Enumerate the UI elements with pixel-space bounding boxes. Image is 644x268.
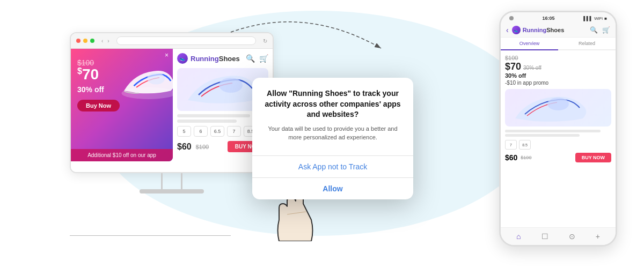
phone-search-icon[interactable]: 🔍: [590, 26, 598, 34]
shop-logo-icon: 👟: [177, 53, 188, 64]
ad-popup: × $100 $70 30% off Buy Now: [71, 49, 173, 161]
allow-button[interactable]: Allow: [252, 178, 413, 199]
ad-price-value: 70: [82, 66, 99, 83]
phone-price-new: $70: [505, 61, 521, 72]
svg-point-4: [547, 98, 569, 110]
size-7[interactable]: 7: [227, 126, 241, 137]
dialog-content: Allow "Running Shoes" to track your acti…: [252, 78, 413, 155]
svg-point-2: [147, 72, 165, 84]
back-arrow-icon[interactable]: ‹: [101, 38, 103, 44]
size-65[interactable]: 6.5: [210, 126, 224, 137]
size-6[interactable]: 6: [194, 126, 208, 137]
size-5[interactable]: 5: [177, 126, 191, 137]
phone-shop-name-shoes: Shoes: [546, 27, 564, 33]
content-line-1: [177, 114, 250, 117]
phone-logo-icon: 👟: [512, 26, 521, 34]
phone-time: 16:05: [543, 16, 555, 21]
phone-size-85[interactable]: 8.5: [519, 140, 531, 150]
phone-nav-profile-icon[interactable]: ⊙: [569, 232, 575, 241]
phone-price-new-cross: 30% off: [523, 65, 541, 71]
phone-shop-name-running: Running: [523, 27, 547, 33]
price-current: $60: [177, 142, 192, 152]
deco-line-2: [199, 235, 231, 236]
phone-shop-logo: 👟 RunningShoes: [512, 26, 590, 34]
dialog-title: Allow "Running Shoes" to track your acti…: [263, 88, 402, 120]
monitor-content: × $100 $70 30% off Buy Now: [71, 49, 273, 172]
signal-icon: ▌▌▌: [583, 16, 592, 21]
phone-buy-button[interactable]: BUY NOW: [575, 153, 611, 162]
phone-statusbar: 16:05 ▌▌▌ WiFi ■: [501, 12, 616, 23]
phone-content: $100 $70 30% off 30% off -$10 in app pro…: [501, 50, 616, 170]
phone-price-cross: $100: [521, 155, 531, 160]
price-original: $100: [196, 144, 209, 150]
deco-line-1: [70, 235, 204, 236]
phone-nav-home-icon[interactable]: ⌂: [516, 232, 521, 241]
phone-price-old: $100: [505, 55, 611, 61]
phone-container: 16:05 ▌▌▌ WiFi ■ ‹ 👟 RunningShoes 🔍 🛒: [499, 11, 617, 247]
forward-arrow-icon[interactable]: ›: [107, 38, 109, 44]
stand-base: [140, 189, 204, 193]
svg-point-3: [219, 78, 243, 93]
phone-line-2: [505, 134, 580, 137]
phone-back-button[interactable]: ‹: [506, 26, 509, 34]
close-dot[interactable]: [76, 39, 80, 43]
phone-nav-plus-icon[interactable]: +: [596, 232, 600, 241]
phone-nav-bag-icon[interactable]: ☐: [541, 232, 548, 241]
ad-price-new: $70: [77, 66, 99, 83]
phone-promo: -$10 in app promo: [505, 80, 611, 86]
desktop-monitor: ‹ › ↻ × $100 $70 30% off Buy Now: [70, 32, 274, 193]
wifi-icon: WiFi: [594, 16, 603, 21]
dialog-body: Your data will be used to provide you a …: [263, 124, 402, 142]
monitor-nav: ‹ ›: [101, 38, 109, 44]
battery-icon: ■: [604, 16, 607, 21]
shop-actions: 🔍 🛒: [246, 54, 268, 63]
monitor-stand: [70, 173, 274, 193]
phone-size-row: 7 8.5: [505, 140, 611, 150]
ad-banner: Additional $10 off on our app: [71, 149, 173, 161]
shop-name-running: Running: [191, 55, 219, 63]
phone-size-7[interactable]: 7: [505, 140, 517, 150]
ad-buy-button[interactable]: Buy Now: [77, 100, 120, 111]
phone-discount: 30% off: [505, 72, 611, 79]
ask-not-to-track-button[interactable]: Ask App not to Track: [252, 156, 413, 178]
phone-tabs: Overview Related: [501, 38, 616, 50]
phone-content-lines: [505, 130, 611, 137]
stand-neck: [161, 173, 182, 189]
search-icon[interactable]: 🔍: [246, 54, 255, 63]
minimize-dot[interactable]: [83, 39, 87, 43]
maximize-dot[interactable]: [90, 39, 94, 43]
phone-cart-icon[interactable]: 🛒: [602, 26, 610, 34]
ad-price-symbol: $: [77, 66, 82, 76]
monitor-titlebar: ‹ › ↻: [71, 33, 273, 49]
ad-discount: 30% off: [77, 85, 104, 94]
cart-icon[interactable]: 🛒: [259, 54, 268, 63]
phone-shop-actions: 🔍 🛒: [590, 26, 610, 34]
content-line-2: [177, 120, 237, 123]
refresh-icon[interactable]: ↻: [263, 38, 267, 44]
shop-logo: 👟 RunningShoes: [177, 53, 240, 64]
monitor-frame: ‹ › ↻ × $100 $70 30% off Buy Now: [70, 32, 274, 173]
phone-bottom-nav: ⌂ ☐ ⊙ +: [501, 227, 616, 245]
shop-name-shoes: Shoes: [219, 55, 240, 63]
phone-price-big: $60: [505, 153, 517, 162]
att-dialog: Allow "Running Shoes" to track your acti…: [252, 78, 413, 199]
phone-frame: 16:05 ▌▌▌ WiFi ■ ‹ 👟 RunningShoes 🔍 🛒: [499, 11, 617, 247]
phone-line-1: [505, 130, 601, 132]
phone-camera: [509, 16, 514, 20]
shop-header: 👟 RunningShoes 🔍 🛒: [177, 53, 268, 64]
ad-close-button[interactable]: ×: [165, 51, 169, 59]
shop-name: RunningShoes: [191, 55, 240, 63]
phone-price-row: $60 $100 BUY NOW: [505, 153, 611, 162]
tab-overview[interactable]: Overview: [501, 38, 558, 50]
phone-navbar: ‹ 👟 RunningShoes 🔍 🛒: [501, 23, 616, 38]
phone-product-image: [505, 89, 611, 126]
tab-related[interactable]: Related: [558, 38, 616, 49]
url-bar[interactable]: [116, 36, 256, 45]
ad-shoe-image: [119, 54, 173, 108]
phone-status-icons: ▌▌▌ WiFi ■: [583, 16, 607, 21]
